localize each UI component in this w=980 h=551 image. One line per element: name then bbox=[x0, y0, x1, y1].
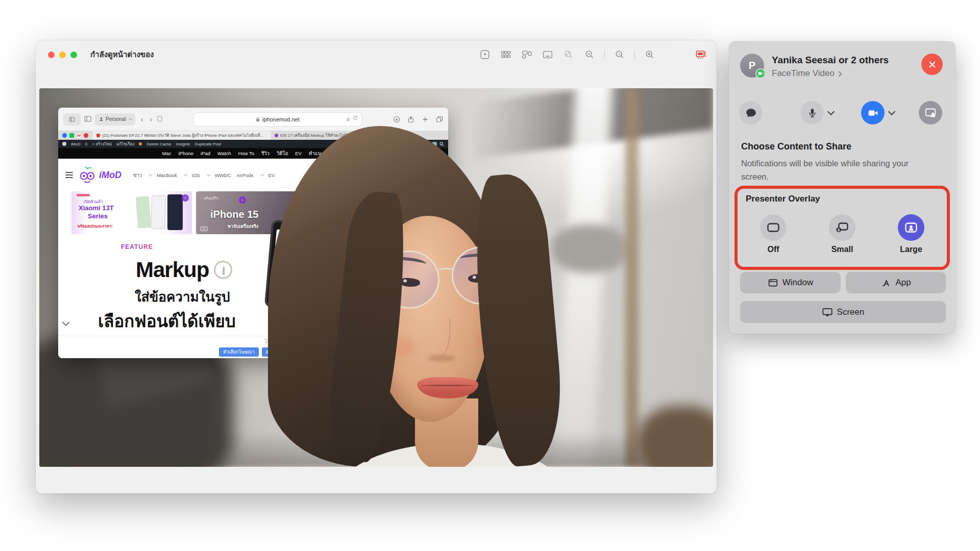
nav-item: iPad bbox=[201, 151, 210, 156]
facetime-badge-icon bbox=[755, 68, 766, 79]
zoom-in-icon[interactable] bbox=[644, 48, 656, 61]
nav-item: How To bbox=[238, 151, 255, 156]
line-favicon bbox=[69, 133, 74, 138]
page-icon bbox=[157, 116, 162, 123]
chevron-down-icon bbox=[62, 319, 69, 326]
screen-icon bbox=[822, 307, 833, 318]
messages-button[interactable] bbox=[739, 101, 763, 124]
site-nav: ข่าว MacBook iOS WWDC AirPods EV bbox=[133, 171, 275, 179]
screen-share-video-preview: Personal ‹ › iphonemod.net อ bbox=[39, 88, 713, 467]
wall-fixture bbox=[551, 224, 628, 273]
carousel-card-xiaomi: เปิดตัวแล้ว Xiaomi 13T Series พร้อมสเปกแ… bbox=[71, 191, 192, 234]
overlay-large-icon bbox=[904, 220, 918, 235]
avatar-initial: P bbox=[749, 60, 755, 71]
arrange-windows-icon[interactable] bbox=[521, 48, 533, 61]
titlebar: กำลังดูหน้าต่างของ bbox=[36, 40, 717, 69]
zoom-disabled-icon[interactable] bbox=[562, 48, 575, 61]
all-windows-grid-icon[interactable] bbox=[500, 48, 512, 61]
minimize-window-button[interactable] bbox=[59, 52, 66, 58]
toolbar-separator bbox=[604, 51, 605, 59]
share-window-button[interactable]: Window bbox=[740, 272, 841, 293]
status-dot-icon bbox=[139, 142, 142, 145]
zoom-actual-size-icon[interactable]: 1 bbox=[614, 48, 626, 61]
share-popover: P Yanika Seesai or 2 others FaceTime Vid… bbox=[729, 41, 955, 334]
pinned-favicons: M bbox=[58, 133, 92, 138]
zoom-window-button[interactable] bbox=[70, 52, 77, 58]
nav-item: iPhone bbox=[178, 151, 193, 156]
share-app-button[interactable]: App bbox=[846, 272, 946, 293]
back-icon: ‹ bbox=[139, 115, 144, 123]
viewer-window: กำลังดูหน้าต่างของ bbox=[36, 40, 717, 493]
share-screen-button-large[interactable]: Screen bbox=[740, 301, 946, 323]
facebook-favicon bbox=[62, 133, 67, 138]
tab-active: (21) Podshark EP.22.7 ทดลอง ประวัติ Stev… bbox=[92, 131, 271, 140]
feature-tag: FEATURE bbox=[121, 243, 153, 251]
overlay-option-large[interactable]: Large bbox=[898, 214, 924, 254]
profile-pill: Personal bbox=[95, 113, 135, 126]
nav-item: Watch bbox=[217, 151, 231, 156]
tab-label: (21) Podshark EP.22.7 ทดลอง ประวัติ Stev… bbox=[102, 132, 266, 139]
share-app-label: App bbox=[895, 278, 911, 288]
desktop: กำลังดูหน้าต่างของ bbox=[0, 0, 980, 551]
markup-pen-icon bbox=[214, 261, 232, 279]
feature-line1: ใส่ข้อความในรูป bbox=[135, 286, 230, 307]
wp-insights: Insights bbox=[176, 142, 190, 146]
call-subtitle[interactable]: FaceTime Video bbox=[772, 68, 841, 79]
person-nose-shadow bbox=[428, 355, 455, 362]
overlay-option-label: Off bbox=[767, 245, 779, 254]
sidebar-icon bbox=[84, 116, 91, 123]
overlay-option-off[interactable]: Off bbox=[760, 214, 787, 254]
red-annotation-box: Presenter Overlay Off Small bbox=[734, 186, 950, 270]
section-title: Choose Content to Share bbox=[741, 141, 851, 152]
video-camera-icon bbox=[867, 107, 879, 119]
feature-line2: เลือกฟอนต์ได้เพียบ bbox=[98, 308, 236, 335]
presenter-person bbox=[264, 119, 524, 467]
window-toolbar: 1 bbox=[479, 48, 707, 61]
window-bar-icon[interactable] bbox=[542, 48, 554, 61]
nav-item: MacBook bbox=[157, 172, 177, 178]
mute-button[interactable] bbox=[800, 101, 824, 124]
wp-delete-cache: Delete Cache bbox=[146, 142, 171, 146]
close-window-button[interactable] bbox=[48, 52, 55, 58]
overlay-small-icon bbox=[835, 220, 849, 235]
share-screen-button[interactable] bbox=[919, 101, 942, 124]
imod-logo-text: iMoD bbox=[99, 170, 121, 181]
app-store-icon bbox=[880, 278, 891, 288]
camera-options-chevron-icon[interactable] bbox=[888, 108, 895, 115]
phone-art bbox=[151, 195, 166, 230]
forward-icon: › bbox=[148, 115, 154, 123]
mic-options-chevron-icon[interactable] bbox=[827, 108, 835, 115]
window-controls-pill bbox=[63, 113, 81, 126]
share-screen-label: Screen bbox=[837, 307, 865, 317]
close-popover-button[interactable] bbox=[921, 54, 943, 75]
share-window-label: Window bbox=[782, 278, 813, 288]
microphone-icon bbox=[807, 108, 818, 118]
camera-button[interactable] bbox=[861, 101, 885, 124]
overlay-option-label: Small bbox=[831, 245, 853, 254]
phone-art bbox=[167, 194, 183, 230]
wood-trim bbox=[625, 88, 639, 467]
gmail-favicon: M bbox=[77, 133, 81, 138]
wp-edit: แก้ไขเรื่อง bbox=[116, 141, 134, 147]
profile-label: Personal bbox=[106, 116, 126, 122]
wp-new-item: + สร้างใหม่ bbox=[92, 141, 112, 147]
svg-text:1: 1 bbox=[618, 52, 620, 56]
overlay-option-small[interactable]: Small bbox=[829, 214, 855, 254]
zoom-out-icon[interactable] bbox=[583, 48, 596, 61]
window-icon bbox=[768, 278, 778, 288]
window-title: กำลังดูหน้าต่างของ bbox=[90, 48, 154, 61]
screen-sharing-active-icon[interactable] bbox=[695, 48, 707, 61]
pointer-box-icon[interactable] bbox=[479, 48, 491, 61]
nav-item: Mac bbox=[162, 151, 171, 156]
chevron-right-icon bbox=[836, 71, 842, 77]
section-note: Notifications will be visible while shar… bbox=[741, 157, 930, 183]
traffic-lights bbox=[48, 52, 77, 58]
wp-site-name: iMoD bbox=[71, 142, 81, 146]
call-controls bbox=[739, 101, 945, 124]
presenter-overlay-options: Off Small Large bbox=[738, 214, 947, 254]
ad-options-button: ตัวเลือกโฆษณา bbox=[219, 347, 258, 357]
nav-item: iOS bbox=[192, 172, 200, 178]
overlay-off-icon bbox=[766, 220, 780, 235]
site-logo: iMoD bbox=[78, 166, 121, 184]
person-glasses-bridge bbox=[437, 268, 455, 273]
